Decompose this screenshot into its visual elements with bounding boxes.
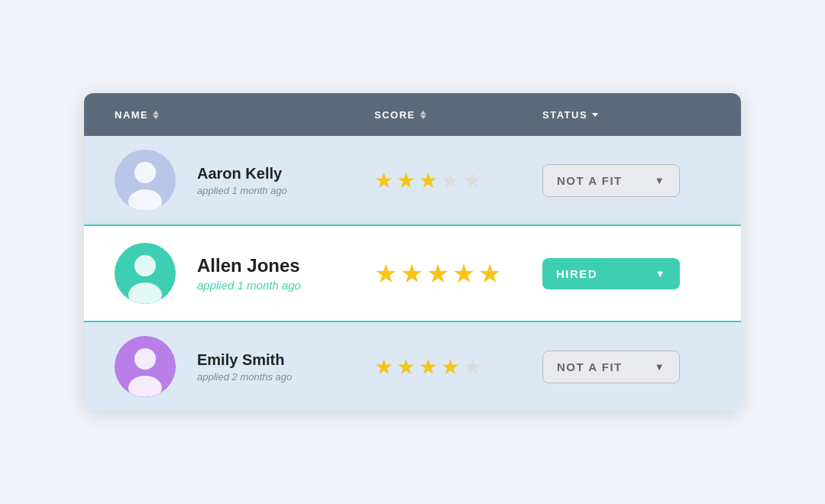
row-allen-jones: Allen Jones applied 1 month ago ★★★★★ HI… (84, 225, 741, 322)
table-header: NAME SCORE STATUS (84, 93, 741, 136)
star-3: ★ (426, 258, 449, 289)
status-sort-icon[interactable] (592, 113, 598, 117)
score-sort-icon[interactable] (420, 111, 426, 119)
person-info-allen-jones: Allen Jones applied 1 month ago (197, 255, 373, 292)
person-name-emily-smith: Emily Smith (197, 351, 373, 369)
star-4: ★ (441, 168, 460, 193)
score-col-emily-smith: ★★★★★ (374, 354, 542, 380)
status-text-allen-jones: HIRED (556, 267, 597, 280)
table-body: Aaron Kelly applied 1 month ago ★★★★★ NO… (84, 136, 741, 411)
row-aaron-kelly: Aaron Kelly applied 1 month ago ★★★★★ NO… (84, 136, 741, 225)
svg-point-1 (134, 162, 156, 183)
star-1: ★ (374, 258, 397, 289)
row-emily-smith: Emily Smith applied 2 months ago ★★★★★ N… (84, 322, 741, 411)
person-applied-emily-smith: applied 2 months ago (197, 371, 373, 383)
star-3: ★ (419, 354, 438, 380)
col-score-header[interactable]: SCORE (374, 109, 542, 121)
score-col-allen-jones: ★★★★★ (374, 258, 542, 289)
star-1: ★ (374, 168, 393, 193)
person-col-emily-smith: Emily Smith applied 2 months ago (115, 336, 374, 397)
avatar-allen-jones (115, 243, 176, 304)
svg-point-4 (134, 255, 156, 276)
col-name-header[interactable]: NAME (115, 109, 374, 121)
name-label: NAME (115, 109, 148, 121)
star-4: ★ (452, 258, 475, 289)
score-label: SCORE (374, 109, 416, 121)
status-col-allen-jones: HIRED ▼ (542, 258, 710, 289)
star-5: ★ (463, 354, 482, 380)
status-col-aaron-kelly: NOT A FIT ▼ (542, 164, 710, 197)
avatar-aaron-kelly (115, 150, 176, 211)
status-text-emily-smith: NOT A FIT (557, 360, 623, 373)
status-button-allen-jones[interactable]: HIRED ▼ (542, 258, 680, 289)
star-3: ★ (419, 168, 438, 193)
person-applied-aaron-kelly: applied 1 month ago (197, 185, 373, 196)
star-5: ★ (463, 168, 482, 193)
star-1: ★ (374, 354, 393, 380)
svg-point-7 (134, 348, 156, 370)
score-col-aaron-kelly: ★★★★★ (374, 168, 542, 193)
person-info-aaron-kelly: Aaron Kelly applied 1 month ago (197, 165, 373, 196)
dropdown-arrow-allen-jones: ▼ (655, 268, 666, 279)
dropdown-arrow-emily-smith: ▼ (655, 361, 665, 373)
person-name-allen-jones: Allen Jones (197, 255, 373, 276)
avatar-emily-smith (115, 336, 176, 397)
star-2: ★ (396, 168, 416, 193)
name-sort-icon[interactable] (153, 111, 159, 119)
status-text-aaron-kelly: NOT A FIT (557, 174, 623, 187)
person-col-aaron-kelly: Aaron Kelly applied 1 month ago (115, 150, 374, 211)
status-col-emily-smith: NOT A FIT ▼ (542, 351, 710, 383)
person-info-emily-smith: Emily Smith applied 2 months ago (197, 351, 373, 383)
person-applied-allen-jones: applied 1 month ago (197, 279, 373, 292)
star-4: ★ (441, 354, 460, 380)
dropdown-arrow-aaron-kelly: ▼ (655, 175, 665, 186)
person-name-aaron-kelly: Aaron Kelly (197, 165, 373, 183)
status-label: STATUS (542, 109, 587, 121)
star-2: ★ (400, 258, 423, 289)
col-status-header[interactable]: STATUS (542, 109, 710, 121)
person-col-allen-jones: Allen Jones applied 1 month ago (115, 243, 374, 304)
status-button-emily-smith[interactable]: NOT A FIT ▼ (542, 351, 680, 383)
candidates-table: NAME SCORE STATUS (84, 93, 741, 411)
star-5: ★ (478, 258, 501, 289)
star-2: ★ (396, 354, 416, 380)
status-button-aaron-kelly[interactable]: NOT A FIT ▼ (542, 164, 680, 197)
